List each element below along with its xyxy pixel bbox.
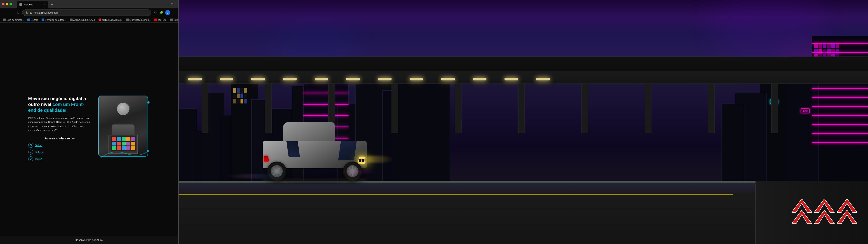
overpass-light <box>315 78 328 81</box>
chevron-arrow-1 <box>792 199 812 226</box>
sticker <box>126 137 130 141</box>
lock-icon: 🔒 <box>25 11 28 14</box>
curve-decoration <box>94 144 157 163</box>
hero-section: Eleve seu negócio digital a outro nível … <box>0 23 178 236</box>
hero-image-container: ✦ <box>96 96 150 163</box>
github-icon <box>28 143 33 148</box>
bookmark-item[interactable]: Significado de Indú... <box>125 18 152 22</box>
sticker <box>112 137 116 141</box>
new-tab-button[interactable]: + <box>49 2 55 7</box>
overpass-light <box>504 78 518 81</box>
bookmark-item[interactable]: Lista de símbol... <box>2 18 25 22</box>
car-taillight-1 <box>264 158 269 161</box>
chevron-group <box>792 199 857 217</box>
overpass-light <box>251 78 265 81</box>
maximize-window-button[interactable] <box>9 3 12 5</box>
overpass-column <box>708 84 715 133</box>
overpass-light <box>378 78 392 81</box>
twitch-icon <box>28 156 33 161</box>
footer: Desenvolvido por Alura. <box>0 236 178 244</box>
github-link[interactable]: Github <box>28 143 92 148</box>
overpass-light <box>536 78 550 81</box>
portfolio-content: Eleve seu negócio digital a outro nível … <box>0 23 178 244</box>
minimize-window-button[interactable] <box>6 3 8 5</box>
hero-description: Olá! Sou Joana Santos, desenvolvedora Fr… <box>28 116 92 132</box>
back-button[interactable]: ← <box>2 10 7 16</box>
social-section: Acesse minhas redes Github in Linkedin <box>28 137 92 161</box>
twitch-link[interactable]: Twitch <box>28 156 92 161</box>
hero-text: Eleve seu negócio digital a outro nível … <box>28 96 92 163</box>
overpass-light <box>188 78 202 81</box>
tab-bar: Portfolio ✕ + <box>15 0 166 8</box>
overpass-light <box>410 78 423 81</box>
linkedin-link[interactable]: in Linkedin <box>28 150 92 155</box>
overpass-column <box>202 84 209 133</box>
road-center-line <box>179 194 733 195</box>
headlight-beam <box>367 156 394 163</box>
hero-title: Eleve seu negócio digital a outro nível … <box>28 96 92 113</box>
chrome-ui: Portfolio ✕ + — □ ✕ ← → ↻ 🔒 127.0.0.1:55… <box>0 0 178 23</box>
car-windshield-front <box>338 141 357 160</box>
svg-point-0 <box>147 150 149 152</box>
overpass-column <box>518 84 525 133</box>
sticker <box>117 137 121 141</box>
title-bar: Portfolio ✕ + — □ ✕ <box>0 0 178 8</box>
overpass-column <box>392 84 398 133</box>
bookmark-label: Google <box>31 19 38 21</box>
linkedin-icon: in <box>28 150 33 155</box>
bookmark-item[interactable]: Curso de Mainten... <box>169 18 178 22</box>
bookmark-item[interactable]: partido socialista d... <box>97 18 124 22</box>
overpass-light <box>346 78 360 81</box>
bookmark-icon <box>70 19 72 21</box>
extensions-button[interactable]: 🧩 <box>159 10 164 16</box>
overpass-column <box>455 84 462 133</box>
linkedin-link-text: Linkedin <box>35 151 44 153</box>
bookmark-item[interactable]: Símbolos para face... <box>40 18 68 22</box>
overpass-column <box>771 84 778 133</box>
road <box>179 181 868 244</box>
car-door-line <box>290 148 353 148</box>
overpass-column <box>581 84 588 133</box>
overpass-light <box>473 78 487 81</box>
bookmark-icon <box>3 19 6 21</box>
bookmark-label: Curso de Mainten... <box>174 19 178 21</box>
bookmark-item[interactable]: Afrixxa.jpg (500×250) <box>68 18 96 22</box>
close-window-button[interactable] <box>2 3 4 5</box>
bookmark-icon <box>126 19 129 21</box>
address-bar-row: ← → ↻ 🔒 127.0.0.1:5500/index.html ☆ 🧩 J … <box>0 8 178 18</box>
bookmark-youtube[interactable]: YouTube <box>153 18 168 22</box>
forward-button[interactable]: → <box>8 10 14 16</box>
refresh-button[interactable]: ↻ <box>16 10 21 16</box>
profile-button[interactable]: J <box>165 10 170 15</box>
window-close-icon[interactable]: ✕ <box>174 2 177 6</box>
portrait-head <box>117 103 129 115</box>
window-size-controls: — □ ✕ <box>167 2 177 6</box>
window-minimize-icon[interactable]: — <box>167 2 170 6</box>
overpass-lights <box>179 78 868 81</box>
star-bookmark-button[interactable]: ☆ <box>153 10 158 16</box>
window-restore-icon[interactable]: □ <box>171 2 173 6</box>
car-taillight-2 <box>264 156 268 158</box>
chrome-actions: ☆ 🧩 J ⋮ <box>153 10 177 16</box>
tab-close-button[interactable]: ✕ <box>42 3 46 6</box>
sticker <box>131 137 135 141</box>
tab-label: Portfolio <box>24 3 33 6</box>
overpass-ceiling <box>179 57 868 71</box>
chevron-arrow-2 <box>814 199 835 226</box>
twitch-link-text: Twitch <box>35 157 42 160</box>
menu-button[interactable]: ⋮ <box>171 10 177 16</box>
address-bar[interactable]: 🔒 127.0.0.1:5500/index.html <box>22 9 151 16</box>
overpass-column <box>645 84 651 133</box>
right-panel: BAR 24H <box>179 0 868 244</box>
social-heading: Acesse minhas redes <box>28 137 92 140</box>
overpass-column <box>265 84 272 133</box>
address-text: 127.0.0.1:5500/index.html <box>30 11 58 14</box>
chevron-arrow-3 <box>837 199 857 226</box>
bookmark-icon <box>170 19 173 21</box>
bookmark-item[interactable]: Google <box>26 18 39 22</box>
overpass <box>179 57 868 84</box>
car-grille <box>359 158 365 163</box>
active-tab[interactable]: Portfolio ✕ <box>17 1 49 8</box>
bookmark-label: Lista de símbol... <box>6 19 24 21</box>
car-windshield-rear <box>286 141 300 157</box>
